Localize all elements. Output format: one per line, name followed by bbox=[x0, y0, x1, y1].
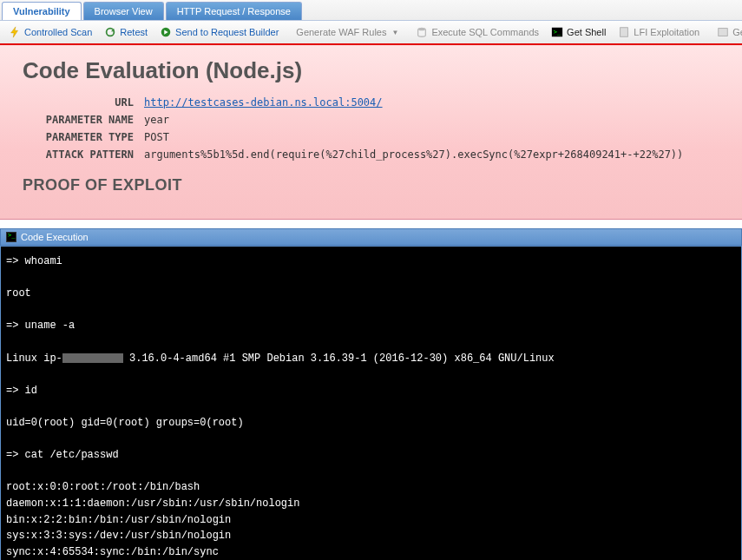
controlled-scan-button[interactable]: Controlled Scan bbox=[3, 23, 97, 41]
get-shell-button[interactable]: >_ Get Shell bbox=[546, 23, 611, 41]
panel-title: Code Execution bbox=[21, 232, 89, 242]
code-execution-header: Code Execution bbox=[0, 228, 742, 246]
ge-label: Ge bbox=[732, 27, 742, 37]
vulnerability-report: Code Evaluation (Node.js) URL http://tes… bbox=[0, 45, 742, 220]
param-name-label: PARAMETER NAME bbox=[23, 114, 144, 126]
report-title: Code Evaluation (Node.js) bbox=[23, 57, 719, 84]
param-type-label: PARAMETER TYPE bbox=[23, 131, 144, 143]
tab-bar: Vulnerability Browser View HTTP Request … bbox=[0, 0, 742, 21]
ge-button[interactable]: Ge bbox=[712, 23, 742, 41]
toolbar: Controlled Scan Retest Send to Request B… bbox=[0, 21, 742, 45]
ge-icon bbox=[717, 26, 729, 38]
shell-icon: >_ bbox=[551, 26, 563, 38]
tab-vulnerability[interactable]: Vulnerability bbox=[2, 2, 82, 20]
attack-value: arguments%5b1%5d.end(require(%27child_pr… bbox=[144, 148, 683, 161]
redacted-text bbox=[62, 353, 123, 363]
terminal-output: => whoami root => uname -a Linux ip- 3.1… bbox=[0, 246, 742, 560]
exec-sql-button[interactable]: Execute SQL Commands bbox=[410, 23, 544, 41]
send-builder-label: Send to Request Builder bbox=[175, 27, 279, 37]
chevron-down-icon: ▼ bbox=[391, 29, 398, 36]
proof-heading: PROOF OF EXPLOIT bbox=[23, 176, 719, 194]
gen-waf-button[interactable]: Generate WAF Rules▼ bbox=[291, 24, 404, 40]
param-type-value: POST bbox=[144, 131, 169, 143]
database-icon bbox=[416, 26, 428, 38]
exec-sql-label: Execute SQL Commands bbox=[431, 27, 539, 37]
lightning-icon bbox=[9, 26, 21, 38]
send-icon bbox=[160, 26, 172, 38]
lfi-label: LFI Exploitation bbox=[634, 27, 699, 37]
url-link[interactable]: http://testcases-debian.ns.local:5004/ bbox=[144, 96, 383, 109]
retest-button[interactable]: Retest bbox=[99, 23, 153, 41]
retest-label: Retest bbox=[120, 27, 148, 37]
tab-http[interactable]: HTTP Request / Response bbox=[166, 2, 302, 20]
lfi-button[interactable]: LFI Exploitation bbox=[613, 23, 705, 41]
svg-rect-5 bbox=[621, 28, 628, 37]
controlled-scan-label: Controlled Scan bbox=[24, 27, 92, 37]
gen-waf-label: Generate WAF Rules bbox=[296, 27, 386, 37]
attack-label: ATTACK PATTERN bbox=[23, 148, 144, 161]
lfi-icon bbox=[618, 26, 630, 38]
param-name-value: year bbox=[144, 114, 169, 126]
url-label: URL bbox=[23, 96, 144, 109]
terminal-icon bbox=[6, 232, 16, 242]
svg-text:>_: >_ bbox=[554, 29, 561, 36]
get-shell-label: Get Shell bbox=[567, 27, 606, 37]
tab-browser-view[interactable]: Browser View bbox=[83, 2, 164, 20]
send-builder-button[interactable]: Send to Request Builder bbox=[154, 23, 284, 41]
retest-icon bbox=[104, 26, 116, 38]
svg-rect-6 bbox=[719, 29, 728, 36]
svg-point-2 bbox=[418, 28, 426, 31]
